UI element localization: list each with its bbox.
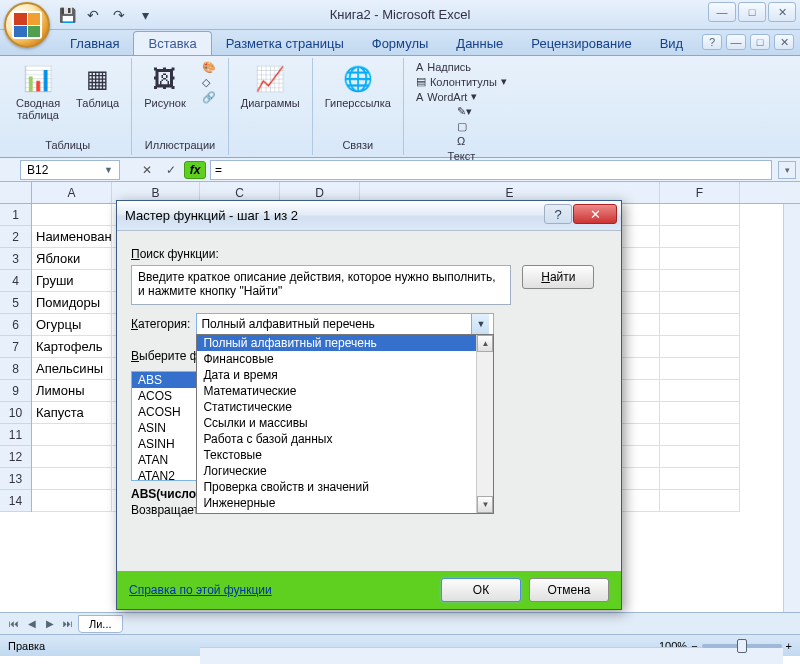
workbook-minimize-button[interactable]: — xyxy=(726,34,746,50)
name-box[interactable]: B12 ▼ xyxy=(20,160,120,180)
zoom-in-button[interactable]: + xyxy=(786,640,792,652)
cell-A4[interactable]: Груши xyxy=(32,270,112,292)
search-input[interactable]: Введите краткое описание действия, котор… xyxy=(131,265,511,305)
sheet-nav-prev[interactable]: ◀ xyxy=(24,616,40,632)
maximize-button[interactable]: □ xyxy=(738,2,766,22)
cell-F1[interactable] xyxy=(660,204,740,226)
undo-icon[interactable]: ↶ xyxy=(82,4,104,26)
cell-F10[interactable] xyxy=(660,402,740,424)
ok-button[interactable]: ОК xyxy=(441,578,521,602)
row-header-14[interactable]: 14 xyxy=(0,490,31,512)
cancel-button[interactable]: Отмена xyxy=(529,578,609,602)
table-button[interactable]: ▦ Таблица xyxy=(70,60,125,112)
function-help-link[interactable]: Справка по этой функции xyxy=(129,583,272,597)
symbol-button[interactable]: Ω xyxy=(451,134,471,148)
row-header-3[interactable]: 3 xyxy=(0,248,31,270)
qat-dropdown-icon[interactable]: ▾ xyxy=(134,4,156,26)
category-option[interactable]: Текстовые xyxy=(197,447,493,463)
vertical-scrollbar[interactable] xyxy=(783,204,800,612)
cell-F11[interactable] xyxy=(660,424,740,446)
workbook-restore-button[interactable]: □ xyxy=(750,34,770,50)
cell-F12[interactable] xyxy=(660,446,740,468)
category-option[interactable]: Аналитические xyxy=(197,511,493,514)
cell-F7[interactable] xyxy=(660,336,740,358)
cell-A12[interactable] xyxy=(32,446,112,468)
dialog-help-button[interactable]: ? xyxy=(544,204,572,224)
cell-A13[interactable] xyxy=(32,468,112,490)
cell-A14[interactable] xyxy=(32,490,112,512)
tab-view[interactable]: Вид xyxy=(646,32,698,55)
row-header-10[interactable]: 10 xyxy=(0,402,31,424)
cell-A1[interactable] xyxy=(32,204,112,226)
cell-A5[interactable]: Помидоры xyxy=(32,292,112,314)
row-header-12[interactable]: 12 xyxy=(0,446,31,468)
horizontal-scrollbar[interactable] xyxy=(200,647,783,664)
row-header-4[interactable]: 4 xyxy=(0,270,31,292)
tab-formulas[interactable]: Формулы xyxy=(358,32,443,55)
clipart-button[interactable]: 🎨 xyxy=(196,60,222,75)
smartart-button[interactable]: 🔗 xyxy=(196,90,222,105)
redo-icon[interactable]: ↷ xyxy=(108,4,130,26)
tab-home[interactable]: Главная xyxy=(56,32,133,55)
formula-bar-expand-icon[interactable]: ▾ xyxy=(778,161,796,179)
row-header-11[interactable]: 11 xyxy=(0,424,31,446)
cell-F14[interactable] xyxy=(660,490,740,512)
hyperlink-button[interactable]: 🌐 Гиперссылка xyxy=(319,60,397,112)
tab-pagelayout[interactable]: Разметка страницы xyxy=(212,32,358,55)
office-button[interactable] xyxy=(4,2,50,48)
category-option[interactable]: Проверка свойств и значений xyxy=(197,479,493,495)
cell-F5[interactable] xyxy=(660,292,740,314)
ribbon-help-button[interactable]: ? xyxy=(702,34,722,50)
charts-button[interactable]: 📈 Диаграммы xyxy=(235,60,306,112)
save-icon[interactable]: 💾 xyxy=(56,4,78,26)
cell-A7[interactable]: Картофель xyxy=(32,336,112,358)
formula-enter-button[interactable]: ✓ xyxy=(160,161,182,179)
column-header-A[interactable]: A xyxy=(32,182,112,203)
cell-A8[interactable]: Апельсины xyxy=(32,358,112,380)
sheet-nav-next[interactable]: ▶ xyxy=(42,616,58,632)
cell-A9[interactable]: Лимоны xyxy=(32,380,112,402)
category-option[interactable]: Логические xyxy=(197,463,493,479)
dialog-close-button[interactable]: ✕ xyxy=(573,204,617,224)
dropdown-scrollbar[interactable]: ▲ ▼ xyxy=(476,335,493,513)
sheet-tab[interactable]: Ли... xyxy=(78,615,123,633)
category-option[interactable]: Полный алфавитный перечень xyxy=(197,335,493,351)
close-button[interactable]: ✕ xyxy=(768,2,796,22)
tab-data[interactable]: Данные xyxy=(442,32,517,55)
column-header-F[interactable]: F xyxy=(660,182,740,203)
cell-F9[interactable] xyxy=(660,380,740,402)
find-button[interactable]: Найти xyxy=(522,265,594,289)
dialog-titlebar[interactable]: Мастер функций - шаг 1 из 2 ? ✕ xyxy=(117,201,621,231)
signature-button[interactable]: ✎▾ xyxy=(451,104,478,119)
minimize-button[interactable]: — xyxy=(708,2,736,22)
zoom-thumb[interactable] xyxy=(737,639,747,653)
scroll-down-icon[interactable]: ▼ xyxy=(477,496,493,513)
wordart-button[interactable]: A WordArt ▾ xyxy=(410,89,483,104)
category-option[interactable]: Финансовые xyxy=(197,351,493,367)
formula-input[interactable]: = xyxy=(210,160,772,180)
select-all-corner[interactable] xyxy=(0,182,32,204)
cell-F13[interactable] xyxy=(660,468,740,490)
category-option[interactable]: Дата и время xyxy=(197,367,493,383)
headerfooter-button[interactable]: ▤ Колонтитулы ▾ xyxy=(410,74,513,89)
cell-A2[interactable]: Наименование xyxy=(32,226,112,248)
tab-insert[interactable]: Вставка xyxy=(133,31,211,55)
sheet-nav-last[interactable]: ⏭ xyxy=(60,616,76,632)
formula-cancel-button[interactable]: ✕ xyxy=(136,161,158,179)
row-header-7[interactable]: 7 xyxy=(0,336,31,358)
row-header-6[interactable]: 6 xyxy=(0,314,31,336)
shapes-button[interactable]: ◇ xyxy=(196,75,222,90)
cell-A6[interactable]: Огурцы xyxy=(32,314,112,336)
picture-button[interactable]: 🖼 Рисунок xyxy=(138,60,192,112)
cell-F2[interactable] xyxy=(660,226,740,248)
row-header-2[interactable]: 2 xyxy=(0,226,31,248)
cell-F3[interactable] xyxy=(660,248,740,270)
sheet-nav-first[interactable]: ⏮ xyxy=(6,616,22,632)
cell-F6[interactable] xyxy=(660,314,740,336)
category-option[interactable]: Статистические xyxy=(197,399,493,415)
row-header-1[interactable]: 1 xyxy=(0,204,31,226)
workbook-close-button[interactable]: ✕ xyxy=(774,34,794,50)
scroll-up-icon[interactable]: ▲ xyxy=(477,335,493,352)
row-header-5[interactable]: 5 xyxy=(0,292,31,314)
zoom-slider[interactable] xyxy=(702,644,782,648)
